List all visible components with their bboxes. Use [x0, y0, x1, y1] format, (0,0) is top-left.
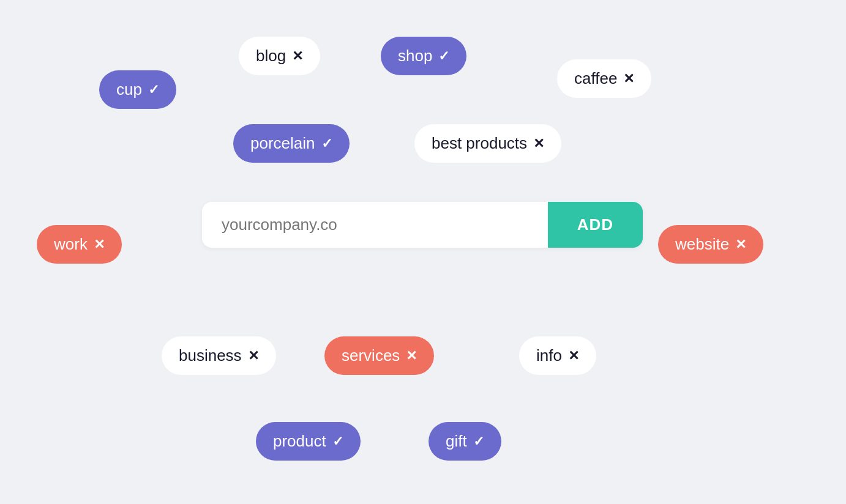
work-close-icon[interactable]: ✕ — [94, 238, 105, 251]
work-label: work — [54, 235, 88, 254]
best-products-label: best products — [432, 134, 527, 153]
porcelain-tag[interactable]: porcelain ✓ — [233, 124, 350, 163]
porcelain-label: porcelain — [250, 134, 315, 153]
services-tag[interactable]: services ✕ — [324, 336, 434, 375]
services-close-icon[interactable]: ✕ — [406, 349, 417, 363]
url-input[interactable] — [202, 202, 548, 248]
cup-tag[interactable]: cup ✓ — [99, 70, 176, 109]
caffee-label: caffee — [574, 69, 617, 88]
blog-tag[interactable]: blog ✕ — [239, 37, 320, 75]
caffee-close-icon[interactable]: ✕ — [623, 72, 634, 86]
caffee-tag[interactable]: caffee ✕ — [557, 59, 651, 98]
website-close-icon[interactable]: ✕ — [735, 238, 746, 251]
gift-label: gift — [446, 432, 467, 451]
product-check-icon: ✓ — [332, 434, 343, 450]
product-label: product — [273, 432, 326, 451]
website-label: website — [675, 235, 729, 254]
add-button[interactable]: ADD — [548, 202, 643, 248]
product-tag[interactable]: product ✓ — [256, 422, 361, 461]
shop-check-icon: ✓ — [438, 48, 449, 64]
gift-tag[interactable]: gift ✓ — [429, 422, 501, 461]
url-input-container: ADD — [202, 202, 643, 248]
porcelain-check-icon: ✓ — [321, 136, 332, 152]
info-close-icon[interactable]: ✕ — [568, 349, 579, 363]
shop-tag[interactable]: shop ✓ — [381, 37, 466, 75]
work-tag[interactable]: work ✕ — [37, 225, 122, 264]
cup-check-icon: ✓ — [148, 82, 159, 98]
gift-check-icon: ✓ — [473, 434, 484, 450]
best-products-tag[interactable]: best products ✕ — [414, 124, 561, 163]
shop-label: shop — [398, 46, 432, 65]
cup-label: cup — [116, 80, 142, 99]
info-tag[interactable]: info ✕ — [519, 336, 596, 375]
business-close-icon[interactable]: ✕ — [248, 349, 259, 363]
website-tag[interactable]: website ✕ — [658, 225, 763, 264]
blog-close-icon[interactable]: ✕ — [292, 50, 303, 63]
info-label: info — [536, 346, 562, 365]
blog-label: blog — [256, 46, 286, 65]
best-products-close-icon[interactable]: ✕ — [533, 137, 544, 150]
business-tag[interactable]: business ✕ — [162, 336, 276, 375]
services-label: services — [342, 346, 400, 365]
business-label: business — [179, 346, 242, 365]
